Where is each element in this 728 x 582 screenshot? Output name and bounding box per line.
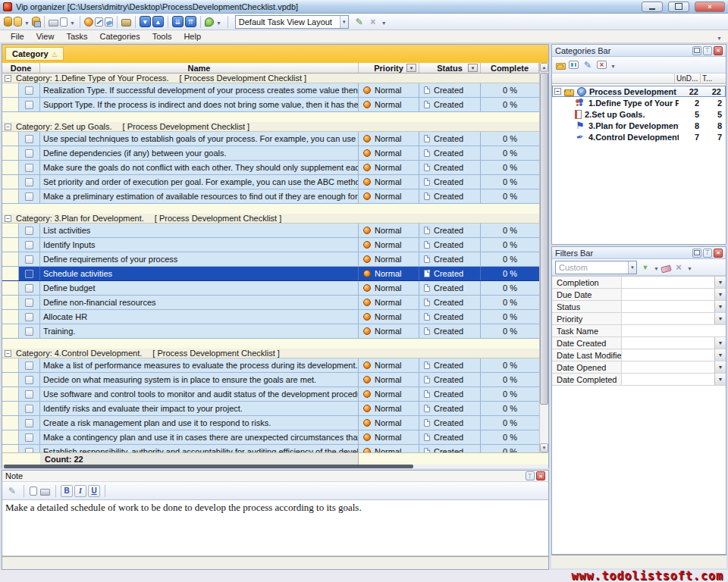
print-icon[interactable] — [49, 20, 58, 27]
filters-bar-titlebar[interactable]: Filters Bar ⊤× — [552, 247, 726, 259]
task-row[interactable]: Create a risk management plan and use it… — [2, 416, 548, 430]
task-row[interactable]: List activitiesNormalCreated0 % — [2, 224, 548, 238]
new-category-icon[interactable] — [556, 63, 566, 70]
underline-button[interactable]: U — [88, 485, 100, 497]
edit-task-icon[interactable] — [95, 17, 103, 27]
task-checkbox[interactable] — [25, 86, 33, 95]
task-checkbox[interactable] — [25, 227, 33, 235]
task-checkbox[interactable] — [25, 405, 33, 413]
toolbar-caret-icon[interactable]: ▼ — [24, 20, 30, 26]
filter-value-field[interactable] — [622, 313, 714, 324]
filter-dropdown-icon[interactable]: ▼ — [714, 289, 726, 300]
task-row[interactable]: Identify InputsNormalCreated0 % — [2, 238, 548, 252]
task-checkbox[interactable] — [25, 419, 33, 427]
task-checkbox[interactable] — [25, 390, 33, 399]
vertical-scrollbar[interactable]: ▲ ▼ — [539, 63, 548, 452]
minimize-button[interactable] — [642, 2, 663, 12]
menu-item-help[interactable]: Help — [177, 31, 207, 42]
task-checkbox[interactable] — [25, 149, 33, 158]
task-checkbox[interactable] — [25, 270, 33, 278]
menu-item-file[interactable]: File — [5, 31, 30, 42]
filter-preset-combo[interactable]: Custom ▼ — [555, 261, 637, 274]
column-header-status[interactable]: Status▼ — [419, 63, 481, 73]
task-checkbox[interactable] — [25, 241, 33, 249]
bold-button[interactable]: B — [61, 485, 73, 497]
delete-layout-icon[interactable] — [367, 16, 379, 28]
task-checkbox[interactable] — [25, 376, 33, 384]
save-layout-icon[interactable] — [353, 16, 366, 28]
task-row[interactable]: Define requirements of your processNorma… — [2, 252, 548, 267]
title-bar[interactable]: Vip organizer [C:\Users\dmitry\Desktop\P… — [0, 0, 728, 14]
task-checkbox[interactable] — [25, 284, 33, 293]
new-task-icon[interactable] — [84, 17, 93, 27]
scroll-up-icon[interactable]: ▲ — [540, 63, 548, 72]
new-database-icon[interactable] — [4, 17, 12, 27]
toolbar-caret-icon[interactable]: ▼ — [610, 64, 616, 69]
menu-item-tasks[interactable]: Tasks — [60, 31, 93, 42]
task-row[interactable]: Make a preliminary estimation of availab… — [2, 189, 548, 204]
task-row[interactable]: Training.NormalCreated0 % — [2, 324, 548, 339]
filter-value-field[interactable] — [622, 325, 726, 336]
task-row[interactable]: Support Type. If the process is indirect… — [2, 98, 548, 112]
add-subcategory-icon[interactable] — [569, 61, 579, 69]
restore-button[interactable] — [692, 249, 701, 258]
category-tree-item-process-development-checklist[interactable]: −Process Development Checklist2222 — [552, 86, 726, 97]
delete-filter-icon[interactable] — [673, 261, 685, 274]
task-row[interactable]: Set priority and order of execution per … — [2, 175, 548, 189]
toolbar-caret-icon[interactable]: ▼ — [216, 20, 221, 26]
task-checkbox[interactable] — [25, 361, 33, 370]
toolbar-caret-icon[interactable]: ▼ — [654, 266, 659, 271]
filter-preset-dropdown-icon[interactable]: ▼ — [628, 261, 636, 274]
category-group-header[interactable]: −Category: 1.Define Type of Your Process… — [2, 74, 548, 83]
column-header-name[interactable]: Name — [40, 63, 359, 73]
categories-bar-titlebar[interactable]: Categories Bar ⊤× — [552, 45, 726, 57]
task-checkbox[interactable] — [25, 327, 33, 336]
task-row[interactable]: Allocate HRNormalCreated0 % — [2, 310, 548, 324]
filter-value-field[interactable] — [622, 361, 714, 373]
filter-dropdown-icon[interactable]: ▼ — [714, 361, 726, 373]
collapse-icon[interactable]: − — [5, 215, 11, 222]
print-icon[interactable] — [40, 489, 50, 496]
menu-item-tools[interactable]: Tools — [146, 31, 178, 42]
complete-task-icon[interactable] — [121, 19, 131, 27]
edit-category-icon[interactable] — [582, 59, 594, 71]
category-tree-item-2-set-up-goals[interactable]: 2.Set up Goals.55 — [552, 108, 726, 120]
toolbar-caret-icon[interactable]: ▼ — [381, 20, 387, 26]
column-filter-icon-status[interactable]: ▼ — [468, 64, 478, 72]
note-text-area[interactable]: Make a detailed schedule of work to be d… — [2, 500, 548, 556]
toolbar-caret-icon[interactable]: ▼ — [70, 20, 75, 26]
italic-button[interactable]: I — [74, 485, 86, 497]
layout-combo-dropdown-icon[interactable]: ▼ — [340, 16, 348, 28]
task-row[interactable]: Make sure the goals do not conflict with… — [2, 161, 548, 175]
toolbar-caret-icon[interactable]: ▼ — [687, 266, 692, 271]
task-row[interactable]: Make a list of performance measures to e… — [2, 358, 548, 373]
task-checkbox[interactable] — [25, 299, 33, 307]
move-up-icon[interactable] — [152, 16, 164, 27]
filter-dropdown-icon[interactable]: ▼ — [714, 313, 726, 324]
collapse-icon[interactable]: − — [5, 350, 11, 357]
task-row[interactable]: Define dependencies (if any) between you… — [2, 146, 548, 161]
apply-filter-icon[interactable] — [639, 261, 651, 274]
pin-button[interactable]: ⊤ — [703, 249, 712, 258]
close-button[interactable]: × — [714, 249, 723, 258]
filter-value-field[interactable] — [622, 374, 714, 385]
filter-dropdown-icon[interactable]: ▼ — [714, 374, 726, 385]
edit-note-icon[interactable] — [6, 485, 18, 497]
category-group-header[interactable]: −Category: 4.Control Development.[ Proce… — [2, 349, 548, 358]
print-preview-icon[interactable] — [60, 17, 67, 27]
task-checkbox[interactable] — [25, 433, 33, 442]
category-tree-item-1-define-type-of-your-process[interactable]: 1.Define Type of Your Process22 — [552, 97, 726, 108]
category-tree-item-3-plan-for-development[interactable]: 3.Plan for Development.88 — [552, 120, 726, 131]
filter-dropdown-icon[interactable]: ▼ — [714, 337, 726, 349]
column-header-done[interactable]: Done — [2, 63, 40, 73]
task-view-layout-combo[interactable]: Default Task View Layout ▼ — [235, 15, 349, 29]
print-preview-icon[interactable] — [30, 487, 37, 496]
menu-item-view[interactable]: View — [30, 31, 61, 42]
category-group-header[interactable]: −Category: 2.Set up Goals.[ Process Deve… — [2, 122, 548, 132]
task-row[interactable]: Define budgetNormalCreated0 % — [2, 281, 548, 296]
task-checkbox[interactable] — [25, 135, 33, 143]
task-row[interactable]: Use special techniques to establish goal… — [2, 132, 548, 146]
task-row[interactable]: Schedule activitiesNormalCreated0 % — [2, 267, 548, 281]
move-down-icon[interactable] — [140, 16, 151, 27]
category-tree-item-4-control-development[interactable]: 4.Control Development.77 — [552, 131, 726, 142]
